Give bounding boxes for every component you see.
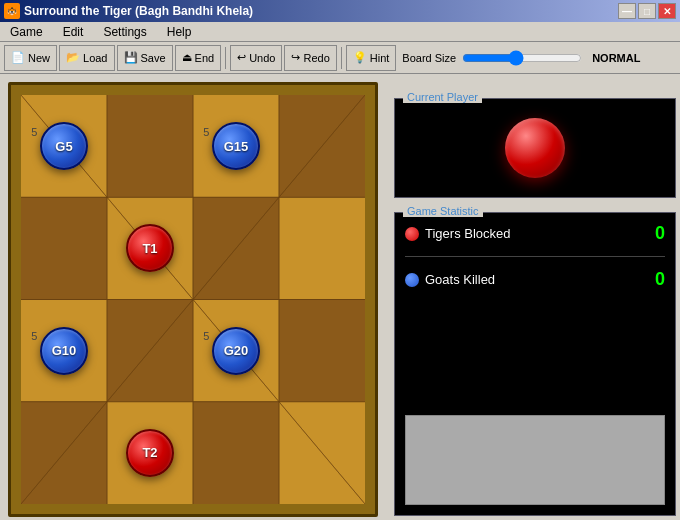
board-size-label: Board Size (402, 52, 456, 64)
svg-rect-4 (21, 197, 107, 299)
player-orb (505, 118, 565, 178)
undo-icon: ↩ (237, 51, 246, 64)
board-size-slider[interactable] (462, 50, 582, 66)
tigers-blocked-label: Tigers Blocked (425, 226, 511, 241)
stats-label: Game Statistic (403, 205, 483, 217)
cell-num-g5: 5 (31, 126, 37, 138)
new-icon: 📄 (11, 51, 25, 64)
menu-game[interactable]: Game (4, 23, 49, 41)
load-button[interactable]: 📂 Load (59, 45, 114, 71)
piece-g10[interactable]: G10 (40, 327, 88, 375)
tigers-blocked-dot (405, 227, 419, 241)
minimize-button[interactable]: — (618, 3, 636, 19)
board-grid[interactable]: 5 5 5 5 G5 G15 T1 G10 G20 T2 (21, 95, 365, 504)
title-bar: 🐯 Surround the Tiger (Bagh Bandhi Khela)… (0, 0, 680, 22)
save-icon: 💾 (124, 51, 138, 64)
close-button[interactable]: ✕ (658, 3, 676, 19)
board-area: 5 5 5 5 G5 G15 T1 G10 G20 T2 (0, 74, 390, 520)
log-box (405, 415, 665, 505)
piece-g20[interactable]: G20 (212, 327, 260, 375)
svg-rect-14 (193, 402, 279, 504)
redo-icon: ↪ (291, 51, 300, 64)
piece-g15[interactable]: G15 (212, 122, 260, 170)
svg-rect-1 (107, 95, 193, 197)
menu-bar: Game Edit Settings Help (0, 22, 680, 42)
hint-button[interactable]: 💡 Hint (346, 45, 397, 71)
toolbar-sep-1 (225, 47, 226, 69)
svg-rect-7 (279, 197, 365, 299)
piece-g5[interactable]: G5 (40, 122, 88, 170)
save-button[interactable]: 💾 Save (117, 45, 173, 71)
redo-button[interactable]: ↪ Redo (284, 45, 336, 71)
tigers-blocked-value: 0 (655, 223, 665, 244)
load-icon: 📂 (66, 51, 80, 64)
toolbar-sep-2 (341, 47, 342, 69)
goats-killed-label: Goats Killed (425, 272, 495, 287)
mode-label: NORMAL (592, 52, 640, 64)
piece-t1[interactable]: T1 (126, 224, 174, 272)
goats-killed-row: Goats Killed 0 (405, 269, 665, 290)
main-content: 5 5 5 5 G5 G15 T1 G10 G20 T2 (0, 74, 680, 520)
cell-num-g20: 5 (203, 330, 209, 342)
end-button[interactable]: ⏏ End (175, 45, 222, 71)
new-button[interactable]: 📄 New (4, 45, 57, 71)
goats-killed-dot (405, 273, 419, 287)
right-panel: Current Player Game Statistic Tigers Blo… (390, 74, 680, 520)
cell-num-g15: 5 (203, 126, 209, 138)
app-icon: 🐯 (4, 3, 20, 19)
window-title: Surround the Tiger (Bagh Bandhi Khela) (24, 4, 253, 18)
current-player-label: Current Player (403, 91, 482, 103)
hint-icon: 💡 (353, 51, 367, 64)
menu-edit[interactable]: Edit (57, 23, 90, 41)
maximize-button[interactable]: □ (638, 3, 656, 19)
piece-t2[interactable]: T2 (126, 429, 174, 477)
cell-num-g10: 5 (31, 330, 37, 342)
goats-killed-value: 0 (655, 269, 665, 290)
undo-button[interactable]: ↩ Undo (230, 45, 282, 71)
menu-help[interactable]: Help (161, 23, 198, 41)
stats-box: Game Statistic Tigers Blocked 0 Goats Ki… (394, 212, 676, 516)
svg-rect-11 (279, 300, 365, 402)
toolbar: 📄 New 📂 Load 💾 Save ⏏ End ↩ Undo ↪ Redo … (0, 42, 680, 74)
tigers-blocked-row: Tigers Blocked 0 (405, 223, 665, 244)
board-outer: 5 5 5 5 G5 G15 T1 G10 G20 T2 (8, 82, 378, 517)
stat-divider (405, 256, 665, 257)
current-player-box: Current Player (394, 98, 676, 198)
end-icon: ⏏ (182, 51, 192, 64)
menu-settings[interactable]: Settings (97, 23, 152, 41)
